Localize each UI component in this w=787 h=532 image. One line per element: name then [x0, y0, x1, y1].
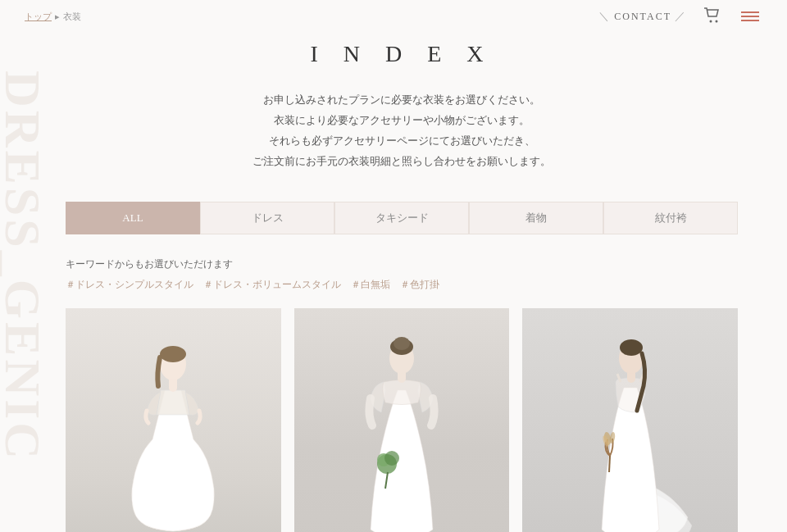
breadcrumb-separator: ▸: [55, 11, 60, 22]
menu-line-2: [741, 16, 759, 17]
filter-tab-montsuki[interactable]: 紋付袴: [603, 202, 738, 234]
description-line-1: お申し込みされたプランに必要な衣装をお選びください。: [66, 90, 738, 111]
breadcrumb: トップ ▸ 衣装: [25, 11, 81, 23]
menu-line-3: [741, 20, 759, 21]
product-image-3: [522, 308, 738, 532]
keyword-tag-3[interactable]: ＃色打掛: [400, 278, 439, 292]
cart-icon: [703, 7, 721, 24]
keyword-label: キーワードからもお選びいただけます: [66, 257, 738, 271]
product-card-3[interactable]: ドレス: [522, 308, 738, 532]
contact-slash-right: ／: [675, 9, 687, 24]
svg-point-13: [384, 451, 399, 466]
svg-point-0: [710, 20, 712, 22]
svg-point-19: [620, 339, 643, 356]
description-line-3: それらも必ずアクセサリーページにてお選びいただき、: [66, 131, 738, 152]
menu-button[interactable]: [738, 8, 762, 25]
product-image-2: [294, 308, 510, 532]
keyword-section: キーワードからもお選びいただけます ＃ドレス・シンプルスタイル ＃ドレス・ボリュ…: [66, 257, 738, 292]
header-actions: ＼ CONTACT ／: [598, 4, 762, 30]
svg-point-10: [394, 337, 410, 350]
header: トップ ▸ 衣装 ＼ CONTACT ／: [0, 0, 787, 33]
filter-tabs: ALL ドレス タキシード 着物 紋付袴: [66, 202, 738, 234]
svg-point-1: [716, 20, 718, 22]
breadcrumb-home[interactable]: トップ: [25, 11, 52, 23]
dress-figure-2: [336, 321, 467, 532]
cart-button[interactable]: [700, 4, 725, 30]
filter-tab-dress[interactable]: ドレス: [200, 202, 334, 234]
filter-tab-all[interactable]: ALL: [66, 202, 200, 234]
filter-tab-kimono[interactable]: 着物: [469, 202, 603, 234]
keyword-tag-1[interactable]: ＃ドレス・ボリュームスタイル: [203, 278, 341, 292]
dress-scene-2: [294, 308, 510, 532]
product-image-1: [66, 308, 281, 532]
product-grid: ドレス: [66, 308, 738, 532]
dress-scene-3: [522, 308, 738, 532]
contact-link[interactable]: ＼ CONTACT ／: [598, 9, 687, 24]
keyword-tag-0[interactable]: ＃ドレス・シンプルスタイル: [66, 278, 193, 292]
product-card-1[interactable]: ドレス: [66, 308, 281, 532]
description-line-2: 衣装により必要なアクセサリーや小物がございます。: [66, 111, 738, 131]
product-card-2[interactable]: ドレス: [294, 308, 510, 532]
description: お申し込みされたプランに必要な衣装をお選びください。 衣装により必要なアクセサリ…: [66, 90, 738, 172]
keyword-tag-2[interactable]: ＃白無垢: [351, 278, 390, 292]
dress-scene-1: [66, 308, 281, 532]
contact-slash-left: ＼: [598, 9, 611, 24]
menu-line-1: [741, 11, 759, 13]
page-title: I N D E X: [66, 41, 738, 67]
dress-figure-1: [107, 325, 239, 532]
description-line-4: ご注文前にお手元の衣装明細と照らし合わせをお願いします。: [66, 152, 738, 172]
main-content: I N D E X お申し込みされたプランに必要な衣装をお選びください。 衣装に…: [0, 33, 787, 532]
svg-point-5: [160, 346, 186, 362]
breadcrumb-current: 衣装: [63, 11, 81, 23]
filter-tab-tuxedo[interactable]: タキシード: [334, 202, 469, 234]
dress-figure-3: [565, 321, 696, 532]
keyword-tags: ＃ドレス・シンプルスタイル ＃ドレス・ボリュームスタイル ＃白無垢 ＃色打掛: [66, 278, 738, 292]
contact-label: CONTACT: [614, 11, 671, 23]
